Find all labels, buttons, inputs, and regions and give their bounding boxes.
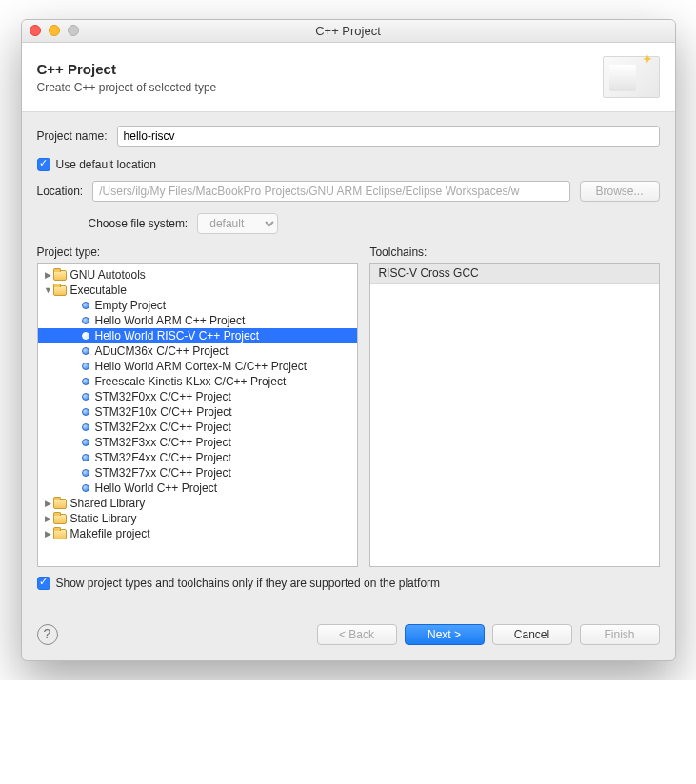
toolchain-item[interactable]: RISC-V Cross GCC — [370, 264, 658, 284]
wizard-subheading: Create C++ project of selected type — [37, 81, 217, 94]
tree-item-kinetis[interactable]: Freescale Kinetis KLxx C/C++ Project — [38, 374, 358, 389]
finish-button: Finish — [580, 624, 660, 645]
default-location-row: Use default location — [37, 158, 660, 171]
project-type-label: Project type: — [37, 245, 359, 259]
filesystem-select: default — [197, 213, 278, 234]
toolchains-list[interactable]: RISC-V Cross GCC — [369, 263, 659, 567]
wizard-footer: ? < Back Next > Cancel Finish — [22, 598, 675, 660]
supported-row: Show project types and toolchains only i… — [37, 577, 660, 590]
tree-item-hw[interactable]: Hello World C++ Project — [38, 480, 358, 496]
supported-label: Show project types and toolchains only i… — [56, 577, 441, 590]
tree-item-f2[interactable]: STM32F2xx C/C++ Project — [38, 420, 358, 435]
project-template-icon — [82, 408, 89, 416]
location-row: Location: Browse... — [37, 181, 660, 202]
titlebar[interactable]: C++ Project — [22, 20, 675, 43]
project-template-icon — [82, 363, 89, 370]
window-title: C++ Project — [315, 24, 381, 38]
tree-item-f0[interactable]: STM32F0xx C/C++ Project — [38, 389, 358, 404]
wizard-icon: ✦ — [603, 56, 660, 98]
tree-item-f3[interactable]: STM32F3xx C/C++ Project — [38, 435, 358, 450]
tree-cat-executable[interactable]: ▼ Executable — [38, 283, 358, 298]
project-template-icon — [82, 393, 89, 401]
zoom-icon — [68, 25, 79, 36]
chevron-right-icon[interactable]: ▶ — [44, 511, 53, 526]
project-name-label: Project name: — [37, 129, 108, 143]
dialog-window: C++ Project C++ Project Create C++ proje… — [21, 19, 676, 661]
chevron-right-icon[interactable]: ▶ — [44, 267, 53, 283]
project-template-icon — [82, 317, 89, 324]
columns: Project type: ▶ GNU Autotools ▼ Executab… — [37, 245, 660, 567]
window-controls — [30, 25, 79, 36]
next-button[interactable]: Next > — [405, 624, 485, 645]
minimize-icon[interactable] — [49, 25, 60, 36]
toolchains-col: Toolchains: RISC-V Cross GCC — [369, 245, 659, 567]
project-type-tree[interactable]: ▶ GNU Autotools ▼ Executable Empty Proje… — [37, 263, 359, 567]
project-name-input[interactable] — [117, 126, 660, 147]
close-icon[interactable] — [30, 25, 41, 36]
project-template-icon — [82, 332, 89, 340]
project-template-icon — [82, 423, 89, 431]
default-location-checkbox[interactable] — [37, 158, 50, 171]
project-template-icon — [82, 484, 89, 492]
folder-icon — [53, 285, 67, 296]
tree-item-riscv[interactable]: Hello World RISC-V C++ Project — [38, 328, 358, 343]
chevron-right-icon[interactable]: ▶ — [44, 526, 53, 541]
location-input — [92, 181, 569, 202]
project-type-col: Project type: ▶ GNU Autotools ▼ Executab… — [37, 245, 359, 567]
location-label: Location: — [37, 185, 84, 198]
tree-cat-static[interactable]: ▶ Static Library — [38, 511, 358, 526]
default-location-label: Use default location — [56, 158, 156, 171]
toolchains-label: Toolchains: — [369, 245, 659, 259]
tree-item-aducm[interactable]: ADuCM36x C/C++ Project — [38, 343, 358, 359]
wizard-heading: C++ Project — [37, 61, 217, 77]
tree-item-arm[interactable]: Hello World ARM C++ Project — [38, 313, 358, 328]
filesystem-label: Choose file system: — [89, 217, 189, 230]
tree-cat-makefile[interactable]: ▶ Makefile project — [38, 526, 358, 541]
folder-icon — [53, 499, 67, 509]
project-template-icon — [82, 439, 89, 446]
tree-item-f4[interactable]: STM32F4xx C/C++ Project — [38, 450, 358, 465]
project-template-icon — [82, 454, 89, 461]
chevron-right-icon[interactable]: ▶ — [44, 496, 53, 511]
tree-item-f7[interactable]: STM32F7xx C/C++ Project — [38, 465, 358, 480]
help-icon[interactable]: ? — [37, 624, 58, 645]
browse-button: Browse... — [580, 181, 660, 202]
tree-item-empty[interactable]: Empty Project — [38, 298, 358, 313]
project-template-icon — [82, 469, 89, 477]
tree-cat-shared[interactable]: ▶ Shared Library — [38, 496, 358, 511]
tree-cat-autotools[interactable]: ▶ GNU Autotools — [38, 267, 358, 283]
folder-icon — [53, 514, 67, 524]
cancel-button[interactable]: Cancel — [492, 624, 572, 645]
chevron-down-icon[interactable]: ▼ — [44, 283, 53, 298]
project-template-icon — [82, 302, 89, 309]
project-template-icon — [82, 347, 89, 355]
wizard-header: C++ Project Create C++ project of select… — [22, 43, 675, 112]
tree-item-cortex[interactable]: Hello World ARM Cortex-M C/C++ Project — [38, 359, 358, 374]
project-name-row: Project name: — [37, 126, 660, 147]
folder-icon — [53, 529, 67, 539]
supported-checkbox[interactable] — [37, 577, 50, 590]
wizard-body: Project name: Use default location Locat… — [22, 112, 675, 598]
back-button: < Back — [317, 624, 397, 645]
project-template-icon — [82, 378, 89, 385]
tree-item-f1[interactable]: STM32F10x C/C++ Project — [38, 404, 358, 420]
filesystem-row: Choose file system: default — [37, 213, 660, 234]
folder-icon — [53, 270, 67, 281]
